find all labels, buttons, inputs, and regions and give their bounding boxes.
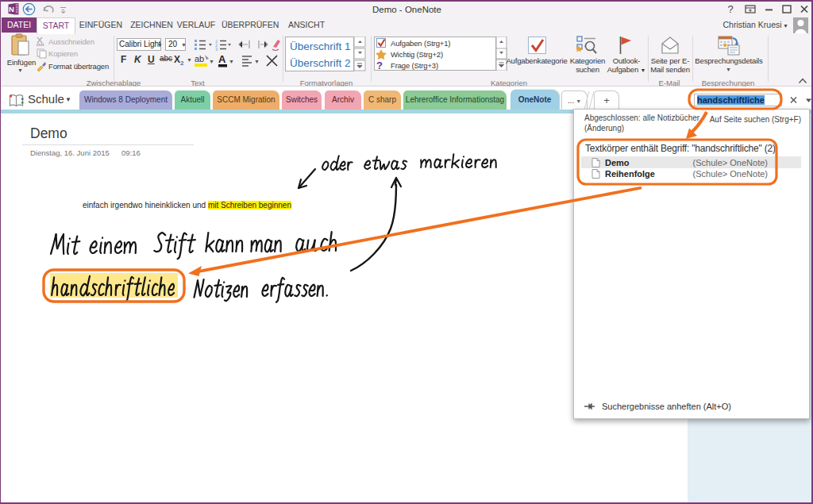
svg-text:ab: ab	[195, 54, 204, 63]
svg-text:?: ?	[727, 3, 733, 15]
svg-text:▼: ▼	[254, 59, 260, 64]
svg-text:▼: ▼	[209, 59, 214, 64]
svg-text:N: N	[9, 5, 14, 13]
svg-text:A: A	[218, 53, 226, 65]
svg-text:3: 3	[215, 47, 218, 52]
svg-text:▼: ▼	[229, 59, 234, 64]
